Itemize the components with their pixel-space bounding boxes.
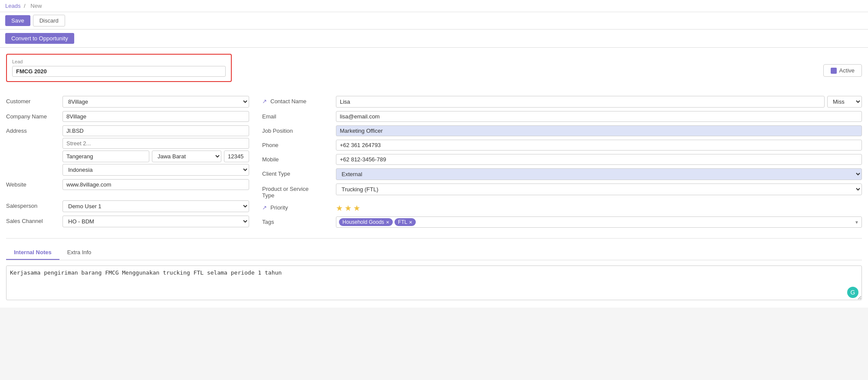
priority-row: ↗ Priority ★ ★ ★ [262, 202, 862, 213]
customer-field: 8Village [62, 96, 249, 108]
breadcrumb-separator: / [24, 3, 26, 9]
customer-row: Customer 8Village [6, 96, 249, 108]
status-button[interactable]: Active [823, 64, 862, 77]
product-service-select[interactable]: Trucking (FTL) [336, 183, 862, 195]
customer-select[interactable]: 8Village [62, 96, 249, 108]
client-type-row: Client Type External [262, 168, 862, 180]
city-input[interactable] [62, 151, 149, 162]
phone-label: Phone [262, 140, 336, 148]
priority-label: ↗ Priority [262, 202, 336, 211]
action-bar: Convert to Opportunity [0, 29, 868, 48]
discard-button[interactable]: Discard [33, 15, 65, 26]
address-label: Address [6, 125, 62, 134]
priority-star-2[interactable]: ★ [345, 203, 352, 213]
street2-input[interactable] [62, 138, 249, 149]
tag-ftl: FTL ✕ [395, 218, 416, 226]
breadcrumb-parent[interactable]: Leads [5, 3, 20, 9]
main-content: Lead Active Customer [0, 48, 868, 308]
email-row: Email [262, 111, 862, 122]
company-name-label: Company Name [6, 111, 62, 120]
tags-field-container: Household Goods ✕ FTL ✕ ▼ [336, 216, 862, 228]
tab-internal-notes[interactable]: Internal Notes [6, 246, 59, 260]
sales-channel-select[interactable]: HO - BDM [62, 216, 249, 227]
client-type-field: External [336, 168, 862, 180]
lead-title-input[interactable] [12, 66, 226, 77]
job-position-row: Job Position [262, 125, 862, 136]
phone-row: Phone [262, 140, 862, 151]
tag-household-goods: Household Goods ✕ [339, 218, 393, 226]
priority-star-3[interactable]: ★ [353, 203, 360, 213]
street1-input[interactable] [62, 125, 249, 136]
salesperson-field: Demo User 1 [62, 200, 249, 212]
lead-section: Lead [6, 54, 232, 82]
convert-to-opportunity-button[interactable]: Convert to Opportunity [5, 33, 74, 44]
contact-name-field: Miss [336, 96, 862, 108]
client-type-label: Client Type [262, 168, 336, 177]
job-position-label: Job Position [262, 125, 336, 134]
notes-container: G [6, 265, 862, 301]
status-label: Active [839, 67, 855, 74]
priority-star-1[interactable]: ★ [336, 203, 343, 213]
sales-channel-label: Sales Channel [6, 216, 62, 224]
notes-action-icon[interactable]: G [847, 287, 858, 298]
job-position-field [336, 125, 862, 136]
tags-input[interactable]: Household Goods ✕ FTL ✕ ▼ [336, 216, 862, 228]
sales-channel-row: Sales Channel HO - BDM [6, 216, 249, 227]
address-row: Address Jawa Barat [6, 125, 249, 176]
contact-name-row: ↗ Contact Name Miss [262, 96, 862, 108]
product-service-label: Product or Service Type [262, 183, 336, 199]
tag-ftl-label: FTL [398, 219, 407, 225]
status-icon [831, 68, 837, 74]
priority-field: ★ ★ ★ [336, 202, 862, 213]
email-input[interactable] [336, 111, 862, 122]
notes-icon-label: G [851, 289, 855, 296]
right-form: ↗ Contact Name Miss Email [262, 96, 862, 231]
country-select[interactable]: Indonesia [62, 164, 249, 176]
salesperson-row: Salesperson Demo User 1 [6, 200, 249, 212]
phone-field [336, 140, 862, 151]
contact-first-name-input[interactable] [336, 96, 825, 108]
salesperson-label: Salesperson [6, 200, 62, 209]
tag-ftl-remove[interactable]: ✕ [409, 220, 412, 225]
sales-channel-field: HO - BDM [62, 216, 249, 227]
lead-section-label: Lead [12, 59, 226, 64]
mobile-input[interactable] [336, 154, 862, 165]
address-field: Jawa Barat Indonesia [62, 125, 249, 176]
mobile-label: Mobile [262, 154, 336, 163]
internal-notes-textarea[interactable] [6, 265, 862, 300]
product-service-row: Product or Service Type Trucking (FTL) [262, 183, 862, 199]
contact-name-label: ↗ Contact Name [262, 96, 336, 105]
breadcrumb-current: New [30, 3, 42, 9]
tab-extra-info[interactable]: Extra Info [59, 246, 99, 260]
company-name-field [62, 111, 249, 122]
company-name-input[interactable] [62, 111, 249, 122]
website-label: Website [6, 179, 62, 188]
contact-external-link-icon[interactable]: ↗ [262, 98, 267, 105]
salesperson-select[interactable]: Demo User 1 [62, 200, 249, 212]
mobile-field [336, 154, 862, 165]
tag-household-goods-remove[interactable]: ✕ [386, 220, 389, 225]
mobile-row: Mobile [262, 154, 862, 165]
company-name-row: Company Name [6, 111, 249, 122]
toolbar: Save Discard [0, 12, 868, 29]
tags-label: Tags [262, 216, 336, 225]
section-divider [6, 238, 862, 239]
tags-dropdown-arrow[interactable]: ▼ [855, 220, 859, 225]
breadcrumb: Leads / New [0, 0, 868, 12]
website-field [62, 179, 249, 190]
website-input[interactable] [62, 179, 249, 190]
product-service-field: Trucking (FTL) [336, 183, 862, 195]
job-position-input[interactable] [336, 125, 862, 136]
save-button[interactable]: Save [5, 15, 30, 26]
priority-external-link-icon[interactable]: ↗ [262, 204, 267, 211]
client-type-select[interactable]: External [336, 168, 862, 180]
tags-row: Tags Household Goods ✕ FTL ✕ [262, 216, 862, 228]
state-select[interactable]: Jawa Barat [152, 151, 221, 162]
left-form: Customer 8Village Company Name [6, 96, 249, 231]
contact-title-select[interactable]: Miss [827, 96, 862, 108]
email-field [336, 111, 862, 122]
email-label: Email [262, 111, 336, 120]
phone-input[interactable] [336, 140, 862, 151]
customer-label: Customer [6, 96, 62, 105]
zip-input[interactable] [224, 151, 249, 162]
